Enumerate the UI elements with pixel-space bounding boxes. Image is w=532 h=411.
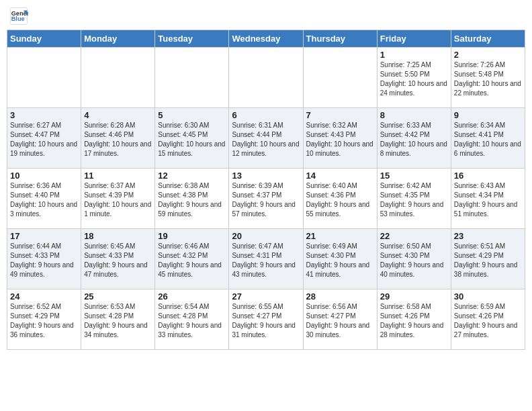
day-number: 8 <box>380 110 448 120</box>
col-header-thursday: Thursday <box>303 30 377 48</box>
day-info: Sunrise: 6:34 AM Sunset: 4:41 PM Dayligh… <box>454 121 522 158</box>
day-info: Sunrise: 6:27 AM Sunset: 4:47 PM Dayligh… <box>10 121 78 158</box>
day-number: 23 <box>454 231 522 241</box>
day-cell <box>81 48 155 108</box>
day-number: 22 <box>380 231 448 241</box>
day-number: 15 <box>380 171 448 181</box>
day-cell: 2Sunrise: 7:26 AM Sunset: 5:48 PM Daylig… <box>451 48 525 108</box>
day-cell: 10Sunrise: 6:36 AM Sunset: 4:40 PM Dayli… <box>7 169 81 229</box>
day-info: Sunrise: 6:32 AM Sunset: 4:43 PM Dayligh… <box>306 121 374 158</box>
day-number: 3 <box>10 110 78 120</box>
day-number: 9 <box>454 110 522 120</box>
day-cell: 27Sunrise: 6:55 AM Sunset: 4:27 PM Dayli… <box>229 289 303 350</box>
day-info: Sunrise: 6:39 AM Sunset: 4:37 PM Dayligh… <box>232 181 300 219</box>
day-info: Sunrise: 6:56 AM Sunset: 4:27 PM Dayligh… <box>306 302 374 340</box>
day-info: Sunrise: 6:55 AM Sunset: 4:27 PM Dayligh… <box>232 302 300 340</box>
day-number: 6 <box>232 110 300 120</box>
day-number: 25 <box>84 291 152 302</box>
day-number: 2 <box>454 50 522 60</box>
day-number: 1 <box>380 50 448 60</box>
day-info: Sunrise: 6:38 AM Sunset: 4:38 PM Dayligh… <box>158 181 226 219</box>
col-header-saturday: Saturday <box>451 30 525 48</box>
day-info: Sunrise: 6:37 AM Sunset: 4:39 PM Dayligh… <box>84 181 152 219</box>
day-number: 30 <box>454 291 522 302</box>
day-number: 5 <box>158 110 226 120</box>
day-cell: 5Sunrise: 6:30 AM Sunset: 4:45 PM Daylig… <box>155 108 229 169</box>
day-info: Sunrise: 6:30 AM Sunset: 4:45 PM Dayligh… <box>158 121 226 158</box>
day-cell: 9Sunrise: 6:34 AM Sunset: 4:41 PM Daylig… <box>451 108 525 169</box>
day-number: 13 <box>232 171 300 181</box>
day-cell <box>155 48 229 108</box>
week-row-1: 1Sunrise: 7:25 AM Sunset: 5:50 PM Daylig… <box>7 48 525 108</box>
day-info: Sunrise: 6:51 AM Sunset: 4:29 PM Dayligh… <box>454 242 522 279</box>
day-info: Sunrise: 6:52 AM Sunset: 4:29 PM Dayligh… <box>10 302 78 340</box>
week-row-5: 24Sunrise: 6:52 AM Sunset: 4:29 PM Dayli… <box>7 289 525 350</box>
day-number: 27 <box>232 291 300 302</box>
day-cell: 3Sunrise: 6:27 AM Sunset: 4:47 PM Daylig… <box>7 108 81 169</box>
day-cell: 13Sunrise: 6:39 AM Sunset: 4:37 PM Dayli… <box>229 169 303 229</box>
day-cell: 11Sunrise: 6:37 AM Sunset: 4:39 PM Dayli… <box>81 169 155 229</box>
day-cell: 19Sunrise: 6:46 AM Sunset: 4:32 PM Dayli… <box>155 229 229 289</box>
day-cell: 26Sunrise: 6:54 AM Sunset: 4:28 PM Dayli… <box>155 289 229 350</box>
day-number: 12 <box>158 171 226 181</box>
day-cell: 14Sunrise: 6:40 AM Sunset: 4:36 PM Dayli… <box>303 169 377 229</box>
day-cell: 7Sunrise: 6:32 AM Sunset: 4:43 PM Daylig… <box>303 108 377 169</box>
day-number: 18 <box>84 231 152 241</box>
day-number: 24 <box>10 291 78 302</box>
day-cell: 18Sunrise: 6:45 AM Sunset: 4:33 PM Dayli… <box>81 229 155 289</box>
day-cell <box>229 48 303 108</box>
svg-text:Blue: Blue <box>11 15 25 22</box>
day-info: Sunrise: 7:25 AM Sunset: 5:50 PM Dayligh… <box>380 60 448 98</box>
day-cell: 1Sunrise: 7:25 AM Sunset: 5:50 PM Daylig… <box>377 48 451 108</box>
day-cell: 6Sunrise: 6:31 AM Sunset: 4:44 PM Daylig… <box>229 108 303 169</box>
day-info: Sunrise: 6:43 AM Sunset: 4:34 PM Dayligh… <box>454 181 522 219</box>
col-header-monday: Monday <box>81 30 155 48</box>
day-cell: 12Sunrise: 6:38 AM Sunset: 4:38 PM Dayli… <box>155 169 229 229</box>
day-number: 28 <box>306 291 374 302</box>
day-cell: 22Sunrise: 6:50 AM Sunset: 4:30 PM Dayli… <box>377 229 451 289</box>
day-cell: 16Sunrise: 6:43 AM Sunset: 4:34 PM Dayli… <box>451 169 525 229</box>
day-info: Sunrise: 6:36 AM Sunset: 4:40 PM Dayligh… <box>10 181 78 219</box>
day-number: 17 <box>10 231 78 241</box>
day-cell: 8Sunrise: 6:33 AM Sunset: 4:42 PM Daylig… <box>377 108 451 169</box>
day-info: Sunrise: 6:54 AM Sunset: 4:28 PM Dayligh… <box>158 302 226 340</box>
week-row-3: 10Sunrise: 6:36 AM Sunset: 4:40 PM Dayli… <box>7 169 525 229</box>
day-cell: 28Sunrise: 6:56 AM Sunset: 4:27 PM Dayli… <box>303 289 377 350</box>
day-info: Sunrise: 6:50 AM Sunset: 4:30 PM Dayligh… <box>380 242 448 279</box>
day-number: 11 <box>84 171 152 181</box>
day-info: Sunrise: 6:40 AM Sunset: 4:36 PM Dayligh… <box>306 181 374 219</box>
day-info: Sunrise: 6:46 AM Sunset: 4:32 PM Dayligh… <box>158 242 226 279</box>
day-info: Sunrise: 6:45 AM Sunset: 4:33 PM Dayligh… <box>84 242 152 279</box>
day-info: Sunrise: 6:42 AM Sunset: 4:35 PM Dayligh… <box>380 181 448 219</box>
day-cell <box>7 48 81 108</box>
day-info: Sunrise: 6:28 AM Sunset: 4:46 PM Dayligh… <box>84 121 152 158</box>
day-cell: 4Sunrise: 6:28 AM Sunset: 4:46 PM Daylig… <box>81 108 155 169</box>
day-cell: 24Sunrise: 6:52 AM Sunset: 4:29 PM Dayli… <box>7 289 81 350</box>
day-cell: 15Sunrise: 6:42 AM Sunset: 4:35 PM Dayli… <box>377 169 451 229</box>
day-cell: 21Sunrise: 6:49 AM Sunset: 4:30 PM Dayli… <box>303 229 377 289</box>
col-header-wednesday: Wednesday <box>229 30 303 48</box>
day-info: Sunrise: 6:31 AM Sunset: 4:44 PM Dayligh… <box>232 121 300 158</box>
day-info: Sunrise: 6:33 AM Sunset: 4:42 PM Dayligh… <box>380 121 448 158</box>
day-cell: 25Sunrise: 6:53 AM Sunset: 4:28 PM Dayli… <box>81 289 155 350</box>
day-cell <box>303 48 377 108</box>
day-cell: 30Sunrise: 6:59 AM Sunset: 4:26 PM Dayli… <box>451 289 525 350</box>
logo: General Blue <box>9 7 31 26</box>
col-header-friday: Friday <box>377 30 451 48</box>
calendar-table: SundayMondayTuesdayWednesdayThursdayFrid… <box>7 30 525 350</box>
week-row-2: 3Sunrise: 6:27 AM Sunset: 4:47 PM Daylig… <box>7 108 525 169</box>
day-info: Sunrise: 6:58 AM Sunset: 4:26 PM Dayligh… <box>380 302 448 340</box>
day-number: 7 <box>306 110 374 120</box>
day-info: Sunrise: 6:44 AM Sunset: 4:33 PM Dayligh… <box>10 242 78 279</box>
day-info: Sunrise: 6:47 AM Sunset: 4:31 PM Dayligh… <box>232 242 300 279</box>
col-header-tuesday: Tuesday <box>155 30 229 48</box>
day-number: 19 <box>158 231 226 241</box>
logo-icon: General Blue <box>9 7 28 26</box>
day-info: Sunrise: 6:59 AM Sunset: 4:26 PM Dayligh… <box>454 302 522 340</box>
day-number: 16 <box>454 171 522 181</box>
page-header: General Blue <box>7 7 525 26</box>
day-number: 14 <box>306 171 374 181</box>
week-row-4: 17Sunrise: 6:44 AM Sunset: 4:33 PM Dayli… <box>7 229 525 289</box>
day-number: 26 <box>158 291 226 302</box>
day-info: Sunrise: 6:49 AM Sunset: 4:30 PM Dayligh… <box>306 242 374 279</box>
